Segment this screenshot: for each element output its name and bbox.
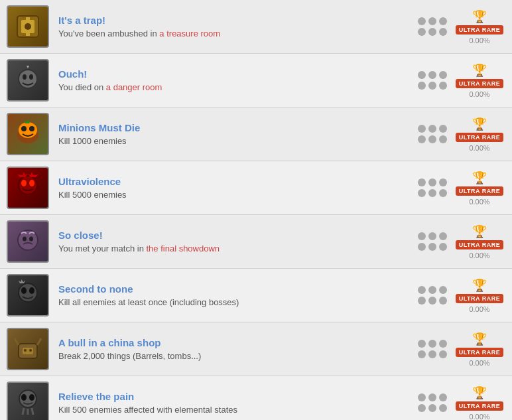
dots-grid-trap <box>418 17 447 36</box>
dot <box>428 135 436 143</box>
rarity-badge-bull: ULTRA RARE <box>456 348 504 357</box>
rarity-percent-relieve: 0.00% <box>469 413 489 421</box>
rarity-percent-bull: 0.00% <box>469 359 489 367</box>
dot <box>418 243 426 251</box>
achievement-title-trap: It's a trap! <box>58 15 418 26</box>
trophy-icon-trap: 🏆 <box>472 9 487 24</box>
achievement-icon-ouch <box>7 59 49 102</box>
achievement-row-minions[interactable]: Minions Must DieKill 1000 enemies🏆ULTRA … <box>0 107 512 161</box>
svg-point-7 <box>29 74 33 80</box>
achievement-title-minions: Minions Must Die <box>58 122 418 133</box>
achievement-desc-trap: You've been ambushed in a treasure room <box>58 29 418 38</box>
rarity-badge-ultraviolence: ULTRA RARE <box>456 186 504 196</box>
dot <box>428 28 436 36</box>
svg-point-24 <box>29 287 34 294</box>
achievement-icon-minions <box>7 113 49 155</box>
dot <box>428 232 436 240</box>
trophy-icon-minions: 🏆 <box>472 117 487 131</box>
dot <box>428 286 436 294</box>
dot <box>428 189 436 197</box>
achievement-title-soclose: So close! <box>58 230 418 241</box>
dot <box>439 82 447 90</box>
achievement-icon-ultraviolence <box>7 167 49 209</box>
trophy-icon-relieve: 🏆 <box>472 385 487 400</box>
svg-point-28 <box>24 349 27 352</box>
dot <box>418 189 426 197</box>
svg-point-6 <box>23 74 27 80</box>
achievement-icon-second <box>7 274 49 316</box>
achievement-row-relieve[interactable]: Relieve the painKill 500 enemies affecte… <box>0 376 512 420</box>
achievement-info-second: Second to noneKill all enemies at least … <box>58 283 418 307</box>
dot <box>428 350 436 358</box>
dot <box>418 17 426 25</box>
dot <box>418 178 426 186</box>
dot <box>439 17 447 25</box>
dot <box>439 350 447 358</box>
achievement-title-ouch: Ouch! <box>58 68 418 80</box>
rarity-percent-second: 0.00% <box>469 305 489 313</box>
achievement-info-trap: It's a trap!You've been ambushed in a tr… <box>58 15 418 38</box>
dot <box>418 297 426 305</box>
svg-point-12 <box>29 126 34 131</box>
achievement-info-ouch: Ouch!You died on a danger room <box>58 68 418 92</box>
achievement-desc-relieve: Kill 500 enemies affected with elemental… <box>58 405 418 415</box>
dot <box>428 243 436 251</box>
svg-point-20 <box>23 237 27 242</box>
achievement-desc-soclose: You met your match in the final showdown <box>58 244 418 253</box>
dot <box>439 28 447 36</box>
achievement-row-second[interactable]: Second to noneKill all enemies at least … <box>0 269 512 322</box>
svg-point-11 <box>21 126 27 131</box>
achievement-icon-bull <box>7 328 49 370</box>
dot <box>428 340 436 348</box>
rarity-area-relieve: 🏆ULTRA RARE0.00% <box>454 385 505 421</box>
rarity-area-ultraviolence: 🏆ULTRA RARE0.00% <box>454 171 505 206</box>
rarity-badge-ouch: ULTRA RARE <box>456 79 504 88</box>
dots-area-minions <box>418 125 447 143</box>
rarity-area-trap: 🏆ULTRA RARE0.00% <box>454 9 505 44</box>
achievement-row-ultraviolence[interactable]: UltraviolenceKill 5000 enemies🏆ULTRA RAR… <box>0 161 512 215</box>
dot <box>428 82 436 90</box>
rarity-percent-soclose: 0.00% <box>469 251 489 259</box>
rarity-area-soclose: 🏆ULTRA RARE0.00% <box>454 224 505 259</box>
dot <box>439 135 447 143</box>
dot <box>418 393 426 401</box>
achievement-list: It's a trap!You've been ambushed in a tr… <box>0 0 512 420</box>
achievement-row-ouch[interactable]: Ouch!You died on a danger room🏆ULTRA RAR… <box>0 54 512 107</box>
svg-point-14 <box>19 176 37 194</box>
dots-area-relieve <box>418 393 447 412</box>
achievement-title-second: Second to none <box>58 283 418 295</box>
rarity-badge-trap: ULTRA RARE <box>456 25 504 35</box>
rarity-area-bull: 🏆ULTRA RARE0.00% <box>454 332 505 367</box>
dot <box>439 232 447 240</box>
rarity-area-minions: 🏆ULTRA RARE0.00% <box>454 117 505 152</box>
achievement-desc-bull: Break 2,000 things (Barrels, tombs...) <box>58 351 418 361</box>
achievement-row-bull[interactable]: A bull in a china shopBreak 2,000 things… <box>0 322 512 376</box>
svg-point-16 <box>29 180 34 186</box>
dot <box>439 286 447 294</box>
svg-point-31 <box>21 394 27 401</box>
dots-area-ultraviolence <box>418 178 447 197</box>
dot <box>439 71 447 79</box>
achievement-info-bull: A bull in a china shopBreak 2,000 things… <box>58 337 418 361</box>
rarity-area-second: 🏆ULTRA RARE0.00% <box>454 278 505 313</box>
svg-rect-4 <box>26 33 30 36</box>
achievement-info-soclose: So close!You met your match in the final… <box>58 230 418 253</box>
dot <box>428 404 436 412</box>
dot <box>428 125 436 133</box>
svg-point-15 <box>21 180 27 186</box>
dots-area-second <box>418 286 447 305</box>
trophy-icon-ultraviolence: 🏆 <box>472 171 487 185</box>
dot <box>439 340 447 348</box>
rarity-percent-minions: 0.00% <box>469 144 489 152</box>
dot <box>418 28 426 36</box>
achievement-row-soclose[interactable]: So close!You met your match in the final… <box>0 215 512 269</box>
achievement-desc-ultraviolence: Kill 5000 enemies <box>58 190 418 200</box>
dots-area-bull <box>418 340 447 358</box>
rarity-area-ouch: 🏆ULTRA RARE0.00% <box>454 63 505 98</box>
achievement-title-ultraviolence: Ultraviolence <box>58 176 418 187</box>
achievement-desc-second: Kill all enemies at least once (includin… <box>58 297 418 307</box>
rarity-badge-second: ULTRA RARE <box>456 294 504 303</box>
dot <box>418 340 426 348</box>
dot <box>439 297 447 305</box>
achievement-row-trap[interactable]: It's a trap!You've been ambushed in a tr… <box>0 0 512 54</box>
